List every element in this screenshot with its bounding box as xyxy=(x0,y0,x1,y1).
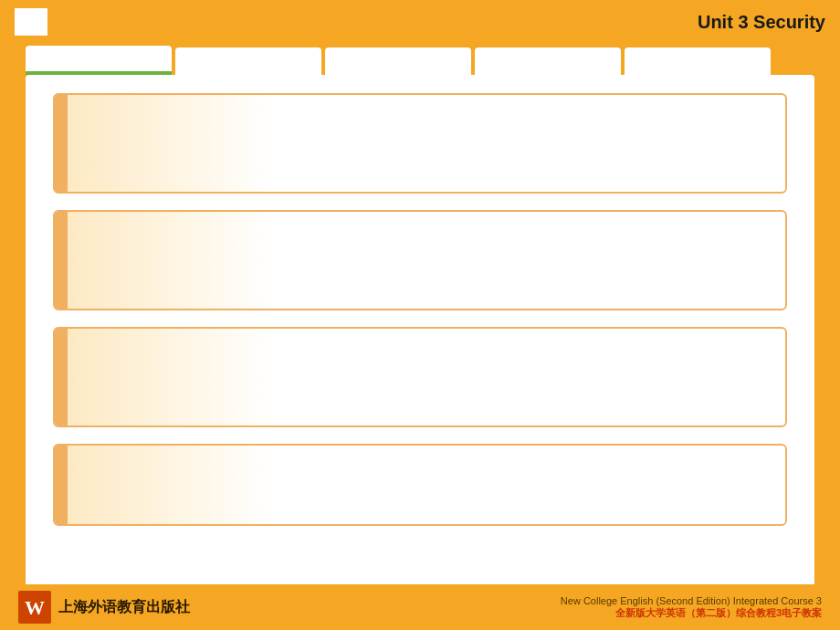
top-bar: Unit 3 Security xyxy=(0,0,840,44)
tab-1[interactable] xyxy=(26,46,172,75)
logo-box xyxy=(15,8,47,36)
footer: W 上海外语教育出版社 New College English (Second … xyxy=(0,584,840,630)
publisher-name: 上海外语教育出版社 xyxy=(58,598,190,617)
content-box-1 xyxy=(53,93,787,194)
footer-logo: W 上海外语教育出版社 xyxy=(18,591,190,624)
content-box-2 xyxy=(53,210,787,310)
content-box-4 xyxy=(53,444,787,526)
page-title: Unit 3 Security xyxy=(698,12,825,33)
tab-5[interactable] xyxy=(625,47,771,75)
content-box-3 xyxy=(53,327,787,427)
tab-4[interactable] xyxy=(475,47,621,75)
book-name-en: New College English (Second Edition) Int… xyxy=(561,595,822,606)
publisher-logo-icon: W xyxy=(18,591,51,624)
footer-book-info: New College English (Second Edition) Int… xyxy=(561,595,822,620)
tab-row xyxy=(0,44,840,75)
tab-2[interactable] xyxy=(175,47,321,75)
svg-text:W: W xyxy=(25,596,45,619)
tab-3[interactable] xyxy=(325,47,471,75)
book-name-cn: 全新版大学英语（第二版）综合教程3电子教案 xyxy=(561,606,822,620)
main-content xyxy=(26,75,814,600)
